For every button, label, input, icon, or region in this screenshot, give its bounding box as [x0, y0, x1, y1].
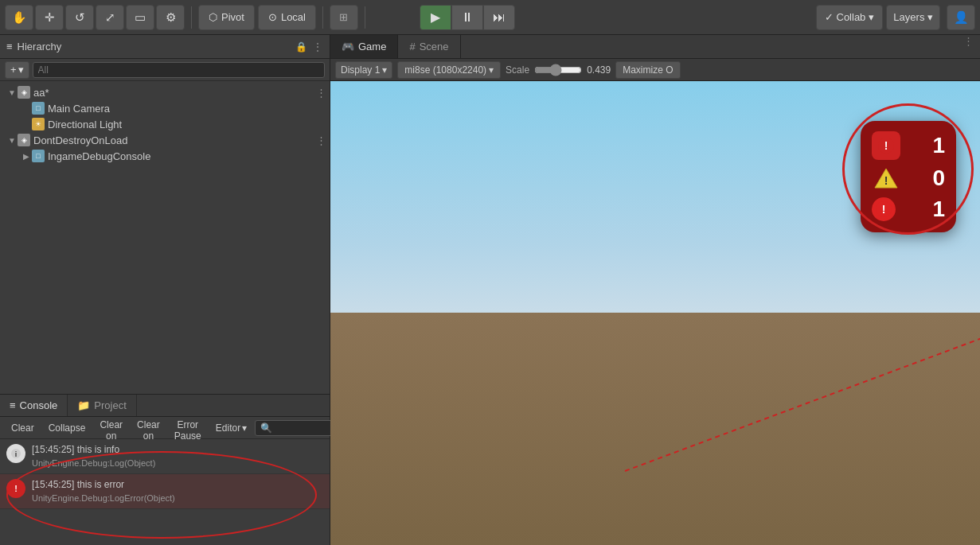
local-label: Local [281, 11, 306, 23]
collab-arrow-icon: ▾ [869, 11, 874, 23]
scale-slider[interactable] [534, 64, 582, 76]
toolbar: ✋ ✛ ↺ ⤢ ▭ ⚙ ⬡ Pivot ⊙ Local ⊞ ▶ ⏸ ⏭ ✓ Co… [0, 0, 980, 35]
hierarchy-tree: ▼ ◈ aa* ⋮ □ Main Camera ☀ Directional Li… [0, 81, 330, 394]
error-pause-button[interactable]: Error Pause [168, 419, 208, 437]
project-tab-label: Project [94, 399, 126, 411]
tree-menu-aa[interactable]: ⋮ [316, 87, 326, 99]
collapse-button[interactable]: Collapse [42, 419, 92, 437]
tree-label-aa: aa* [33, 87, 49, 99]
log-message-info: this is info [77, 444, 119, 455]
play-button[interactable]: ▶ [420, 5, 451, 30]
tree-label-camera: Main Camera [48, 103, 110, 115]
tree-item-dont-destroy[interactable]: ▼ ◈ DontDestroyOnLoad ⋮ [0, 132, 330, 148]
svg-text:!: ! [14, 484, 18, 493]
log-sub-error: UnityEngine.Debug:LogError(Object) [32, 492, 175, 505]
debug-error2-icon: ! [872, 197, 896, 221]
debug-error2-row: ! 1 [872, 197, 945, 222]
tree-menu-dont-destroy[interactable]: ⋮ [316, 134, 326, 146]
scale-value: 0.439 [587, 64, 611, 76]
tree-arrow-dont-destroy: ▼ [6, 136, 18, 145]
hierarchy-header: ≡ Hierarchy 🔒 ⋮ [0, 35, 330, 59]
local-button[interactable]: ⊙ Local [258, 5, 316, 30]
resolution-label: mi8se (1080x2240) [404, 64, 486, 76]
tree-item-ingame-debug[interactable]: ▶ □ IngameDebugConsole [0, 148, 330, 164]
rotate-tool-button[interactable]: ↺ [65, 5, 94, 30]
game-toolbar: Display 1 ▾ mi8se (1080x2240) ▾ Scale 0.… [330, 59, 980, 81]
rect-tool-button[interactable]: ▭ [126, 5, 154, 30]
console-tabs: ≡ Console 📁 Project [0, 395, 330, 417]
svg-text:!: ! [884, 139, 888, 152]
checkmark-icon: ✓ [825, 11, 834, 23]
playback-group: ▶ ⏸ ⏭ [420, 5, 515, 30]
hierarchy-menu-icon[interactable]: ⋮ [312, 41, 323, 53]
log-entry-info[interactable]: i [15:45:25] this is info UnityEngine.De… [0, 439, 330, 474]
clear-on-play-button[interactable]: Clear on Play [93, 419, 129, 437]
resolution-select[interactable]: mi8se (1080x2240) ▾ [397, 61, 501, 79]
hand-tool-button[interactable]: ✋ [5, 5, 33, 30]
search-input[interactable] [33, 62, 325, 78]
separator-2 [322, 6, 323, 29]
add-arrow-icon: ▾ [18, 64, 24, 76]
move-tool-button[interactable]: ✛ [35, 5, 64, 30]
log-message-error: this is error [77, 479, 124, 490]
debug-error-count: 1 [932, 133, 945, 158]
pivot-icon: ⬡ [209, 11, 217, 23]
scene-icon-dont-destroy: ◈ [18, 134, 30, 146]
account-button[interactable]: 👤 [947, 5, 975, 30]
add-button[interactable]: + ▾ [5, 61, 29, 79]
tab-bar-menu[interactable]: ⋮ [963, 35, 980, 58]
clear-on-build-button[interactable]: Clear on Build [131, 419, 166, 437]
debug-error-icon: ! [872, 131, 900, 160]
console-log-area: i [15:45:25] this is info UnityEngine.De… [0, 439, 330, 545]
light-icon: ☀ [32, 118, 45, 130]
resolution-arrow-icon: ▾ [489, 64, 494, 76]
game-tab-label: Game [358, 41, 386, 53]
clear-button[interactable]: Clear [5, 419, 41, 437]
tab-console[interactable]: ≡ Console [0, 395, 68, 416]
layers-button[interactable]: Layers ▾ [886, 5, 940, 30]
tree-arrow-aa: ▼ [6, 88, 18, 97]
tab-project[interactable]: 📁 Project [68, 395, 136, 416]
scene-tab-label: Scene [420, 41, 449, 53]
cube-icon-camera: □ [32, 102, 45, 115]
local-icon: ⊙ [268, 11, 277, 23]
pivot-button[interactable]: ⬡ Pivot [198, 5, 255, 30]
grid-button[interactable]: ⊞ [330, 5, 358, 30]
collab-label: Collab [837, 11, 866, 23]
tab-scene[interactable]: # Scene [398, 35, 460, 58]
step-button[interactable]: ⏭ [483, 5, 515, 30]
main-area: ≡ Hierarchy 🔒 ⋮ + ▾ ▼ ◈ aa* ⋮ [0, 35, 980, 545]
debug-console-widget[interactable]: ! 1 ! 0 ! 1 [861, 121, 956, 232]
collab-button[interactable]: ✓ Collab ▾ [816, 5, 884, 30]
scale-tool-button[interactable]: ⤢ [96, 5, 124, 30]
hierarchy-lock-icon[interactable]: 🔒 [295, 41, 307, 53]
scene-icon-aa: ◈ [18, 86, 30, 99]
console-tab-icon: ≡ [10, 399, 16, 411]
tree-item-main-camera[interactable]: □ Main Camera [0, 100, 330, 116]
game-tab-icon: 🎮 [342, 41, 354, 53]
debug-warning-row: ! 0 [872, 164, 945, 193]
tool-group: ✋ ✛ ↺ ⤢ ▭ ⚙ [5, 5, 185, 30]
hierarchy-title: Hierarchy [18, 41, 62, 53]
console-panel: ≡ Console 📁 Project Clear Collapse Clear… [0, 394, 330, 545]
maximize-button[interactable]: Maximize O [615, 61, 680, 79]
console-toolbar: Clear Collapse Clear on Play Clear on Bu… [0, 417, 330, 439]
log-text-info: [15:45:25] this is info UnityEngine.Debu… [32, 442, 155, 470]
tree-item-directional-light[interactable]: ☀ Directional Light [0, 116, 330, 132]
right-panel: 🎮 Game # Scene ⋮ Display 1 ▾ mi8se (1080… [330, 35, 980, 545]
tab-game[interactable]: 🎮 Game [330, 35, 398, 58]
scale-label: Scale [506, 64, 529, 76]
display-select[interactable]: Display 1 ▾ [335, 61, 392, 79]
pause-button[interactable]: ⏸ [451, 5, 483, 30]
log-entry-error[interactable]: ! [15:45:25] this is error UnityEngine.D… [0, 474, 330, 509]
tree-label-light: Directional Light [48, 119, 122, 130]
tree-item-aa[interactable]: ▼ ◈ aa* ⋮ [0, 84, 330, 100]
editor-button[interactable]: Editor ▾ [209, 419, 253, 437]
scene-tab-icon: # [409, 41, 415, 53]
transform-tool-button[interactable]: ⚙ [156, 5, 185, 30]
tree-label-dont-destroy: DontDestroyOnLoad [33, 134, 128, 146]
display-label: Display 1 [341, 64, 380, 76]
console-tab-label: Console [20, 399, 58, 411]
log-time-error: [15:45:25] [32, 479, 74, 490]
project-tab-icon: 📁 [77, 399, 90, 411]
